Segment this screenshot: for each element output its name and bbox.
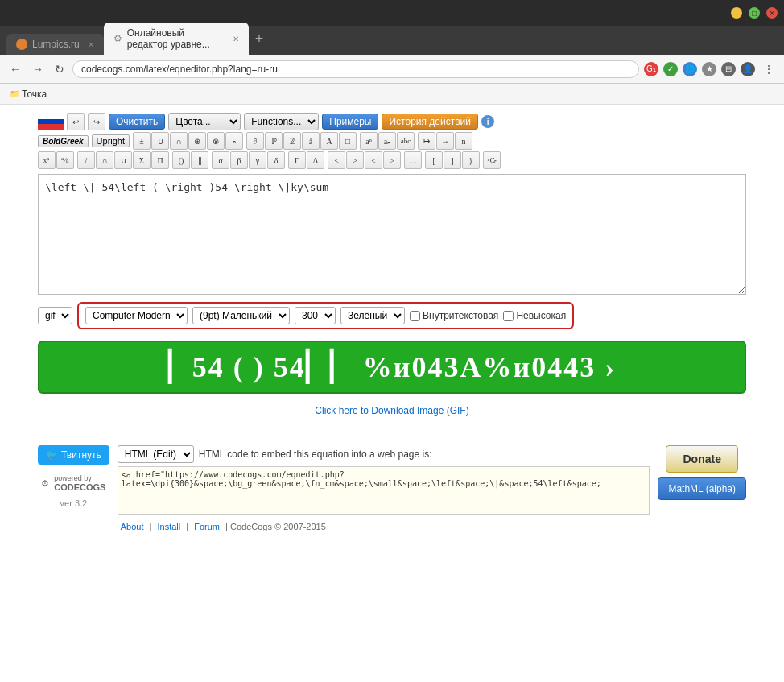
donate-button[interactable]: Donate [666,445,737,473]
math-btn-paren1[interactable]: () [172,151,190,169]
math-btn-union2[interactable]: ∪ [114,151,132,169]
inline-checkbox[interactable] [410,311,420,321]
flag-stripe-red [38,124,64,130]
html-embed-textarea[interactable] [118,466,650,515]
clear-button[interactable]: Очистить [109,114,165,130]
math-btn-delta[interactable]: δ [267,151,285,169]
redo-button[interactable]: ↪ [88,113,105,130]
menu-button[interactable]: ⋮ [760,61,778,77]
low-checkbox-label[interactable]: Невысокая [503,310,566,321]
new-tab-button[interactable]: + [255,31,264,48]
color-select[interactable]: Зелёный [340,307,405,324]
math-btn-intersect[interactable]: ∩ [96,151,113,169]
reload-button[interactable]: ↻ [52,61,68,77]
math-btn-a1[interactable]: aⁿ [360,132,378,150]
math-btn-sup[interactable]: xᵃ [38,151,56,169]
format-select[interactable]: gif [38,307,72,324]
bold-greek-button[interactable]: BoldGreek [38,135,89,147]
math-btn-geq[interactable]: ≥ [383,151,401,169]
footer-link-install[interactable]: Install [158,522,181,531]
address-input[interactable] [72,60,639,78]
low-label: Невысокая [516,310,566,321]
math-btn-slash[interactable]: / [77,151,95,169]
math-btn-P[interactable]: ℙ [265,132,283,150]
math-btn-union[interactable]: ∪ [151,132,169,150]
examples-button[interactable]: Примеры [322,114,378,130]
tweet-button[interactable]: 🐦 Твитнуть [38,445,109,465]
download-link[interactable]: Click here to Download Image (GIF) [38,400,746,421]
math-btn-Z[interactable]: ℤ [283,132,301,150]
extension-icon-1[interactable]: G₁ [644,62,658,76]
history-button[interactable]: История действий [382,114,478,130]
maximize-button[interactable]: □ [749,7,760,19]
powered-by-label: powered by [54,474,105,482]
font-select[interactable]: Computer Modern [85,307,188,324]
tab-close-codecogs[interactable]: ✕ [233,35,239,43]
functions-select[interactable]: Functions... [244,113,319,130]
footer-link-forum[interactable]: Forum [194,522,220,531]
math-btn-abc[interactable]: abc [397,132,415,150]
math-section-row3-5: Γ Δ [288,151,324,169]
math-btn-otimes[interactable]: ⊗ [207,132,225,150]
math-btn-Gamma[interactable]: Γ [288,151,306,169]
math-btn-beta[interactable]: β [230,151,248,169]
math-btn-dot[interactable]: ∘ [225,132,243,150]
back-button[interactable]: ← [6,61,24,77]
tab-lumpics[interactable]: Lumpics.ru ✕ [6,34,104,55]
low-checkbox[interactable] [503,311,514,321]
math-btn-gamma[interactable]: γ [249,151,266,169]
latex-input[interactable] [38,174,746,295]
math-btn-binom[interactable]: ⁿCᵣ [483,151,501,169]
bookmark-tochka[interactable]: 📁 Точка [6,87,50,101]
math-btn-alpha[interactable]: α [212,151,229,169]
math-btn-lt[interactable]: < [328,151,345,169]
inline-checkbox-label[interactable]: Внутритекстовая [410,310,498,321]
math-btn-arr1[interactable]: ↦ [418,132,435,150]
dpi-select[interactable]: 300 [295,307,336,324]
math-btn-box[interactable]: □ [339,132,357,150]
math-btn-A[interactable]: Ā [320,132,338,150]
profile-icon[interactable]: 👤 [741,62,755,76]
html-format-select[interactable]: HTML (Edit) [118,445,194,463]
undo-button[interactable]: ↩ [67,113,85,130]
math-btn-frac[interactable]: ᵃ⁄ᵦ [56,151,74,169]
extension-icon-2[interactable]: ✓ [663,62,678,76]
size-select[interactable]: (9pt) Маленький [192,307,290,324]
extension-icon-3[interactable]: 🌐 [683,62,697,76]
math-btn-bracket1[interactable]: [ [425,151,443,169]
close-button[interactable]: ✕ [766,7,778,19]
math-btn-cdot[interactable]: ⊕ [188,132,206,150]
math-btn-pm[interactable]: ± [133,132,151,150]
bookmark-bar: 📁 Точка [0,84,784,105]
math-btn-pi[interactable]: Π [151,151,169,169]
math-btn-curly[interactable]: } [462,151,480,169]
html-section: HTML (Edit) HTML code to embed this equa… [118,445,650,531]
math-btn-sigma[interactable]: Σ [133,151,151,169]
bottom-section: 🐦 Твитнуть ⚙ powered by CODECOGS ver 3.2 [38,437,746,539]
math-btn-dots[interactable]: … [404,151,422,169]
footer-link-about[interactable]: About [121,522,144,531]
math-btn-partial[interactable]: ∂ [246,132,264,150]
mathml-button[interactable]: MathML (alpha) [658,477,746,500]
upright-button[interactable]: Upright [92,134,130,147]
math-btn-n[interactable]: n [455,132,472,150]
colors-select[interactable]: Цвета... [168,113,241,130]
math-section-row3-4: α β γ δ [212,151,285,169]
forward-button[interactable]: → [29,61,47,77]
tab-close-lumpics[interactable]: ✕ [88,40,94,49]
math-btn-bracket2[interactable]: ] [444,151,461,169]
extension-icon-5[interactable]: ⊟ [721,62,736,76]
math-btn-leq[interactable]: ≤ [365,151,382,169]
tab-codecogs[interactable]: ⚙ Онлайновый редактор уравне... ✕ [104,23,249,55]
math-btn-gt[interactable]: > [346,151,364,169]
math-btn-a2[interactable]: aₙ [378,132,396,150]
math-btn-paren2[interactable]: ‖ [191,151,208,169]
extension-icon-4[interactable]: ★ [702,62,716,76]
math-btn-Delta[interactable]: Δ [307,151,324,169]
left-bottom: 🐦 Твитнуть ⚙ powered by CODECOGS ver 3.2 [38,445,109,508]
math-btn-aa[interactable]: å [302,132,320,150]
minimize-button[interactable]: — [731,7,742,19]
math-btn-arr2[interactable]: → [436,132,454,150]
math-btn-cap[interactable]: ∩ [170,132,188,150]
info-icon[interactable]: i [481,115,494,128]
